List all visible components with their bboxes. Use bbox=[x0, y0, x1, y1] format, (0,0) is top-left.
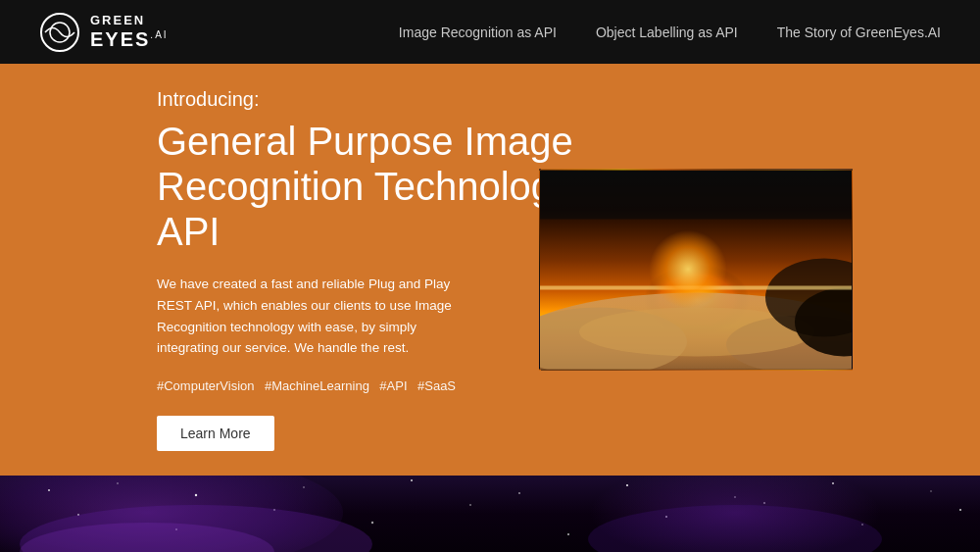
svg-point-13 bbox=[117, 482, 119, 484]
svg-point-18 bbox=[626, 484, 628, 486]
svg-point-21 bbox=[930, 490, 931, 491]
hero-image bbox=[539, 170, 853, 371]
svg-point-16 bbox=[411, 479, 413, 481]
logo-green: GREEN bbox=[90, 14, 169, 27]
introducing-label: Introducing: bbox=[157, 88, 627, 111]
svg-point-30 bbox=[861, 524, 863, 526]
svg-point-29 bbox=[763, 502, 765, 504]
logo[interactable]: GREEN EYES.AI bbox=[39, 12, 169, 53]
navbar: GREEN EYES.AI Image Recognition as API O… bbox=[0, 0, 980, 64]
stars-background bbox=[0, 476, 980, 552]
nav-links: Image Recognition as API Object Labellin… bbox=[399, 25, 941, 40]
tag-api[interactable]: #API bbox=[379, 378, 407, 393]
svg-rect-11 bbox=[540, 286, 853, 290]
hero-description: We have created a fast and reliable Plug… bbox=[157, 274, 461, 358]
svg-point-20 bbox=[832, 482, 834, 484]
svg-point-27 bbox=[567, 533, 569, 535]
hero-image-wrapper bbox=[539, 170, 853, 371]
hero-section: Introducing: General Purpose Image Recog… bbox=[0, 64, 980, 476]
svg-point-28 bbox=[665, 516, 667, 518]
svg-point-34 bbox=[588, 505, 882, 552]
tag-machine-learning[interactable]: #MachineLearning bbox=[265, 378, 369, 393]
logo-text: GREEN EYES.AI bbox=[90, 14, 169, 49]
greeneyes-logo-icon bbox=[39, 12, 80, 53]
svg-point-31 bbox=[959, 509, 961, 511]
nav-story[interactable]: The Story of GreenEyes.AI bbox=[777, 25, 941, 40]
logo-eyes: EYES.AI bbox=[90, 28, 169, 50]
tag-computer-vision[interactable]: #ComputerVision bbox=[157, 378, 254, 393]
svg-point-19 bbox=[734, 496, 736, 498]
svg-point-26 bbox=[469, 504, 470, 505]
svg-point-15 bbox=[303, 486, 304, 487]
svg-point-12 bbox=[48, 489, 50, 491]
svg-point-25 bbox=[371, 522, 373, 524]
tag-saas[interactable]: #SaaS bbox=[417, 378, 456, 393]
nav-object-labelling[interactable]: Object Labelling as API bbox=[596, 25, 738, 40]
learn-more-button[interactable]: Learn More bbox=[157, 416, 274, 451]
svg-rect-4 bbox=[540, 171, 853, 220]
hero-tags: #ComputerVision #MachineLearning #API #S… bbox=[157, 376, 627, 394]
svg-point-17 bbox=[518, 492, 520, 494]
svg-point-14 bbox=[195, 494, 197, 496]
nav-image-recognition[interactable]: Image Recognition as API bbox=[399, 25, 557, 40]
bottom-section bbox=[0, 476, 980, 552]
